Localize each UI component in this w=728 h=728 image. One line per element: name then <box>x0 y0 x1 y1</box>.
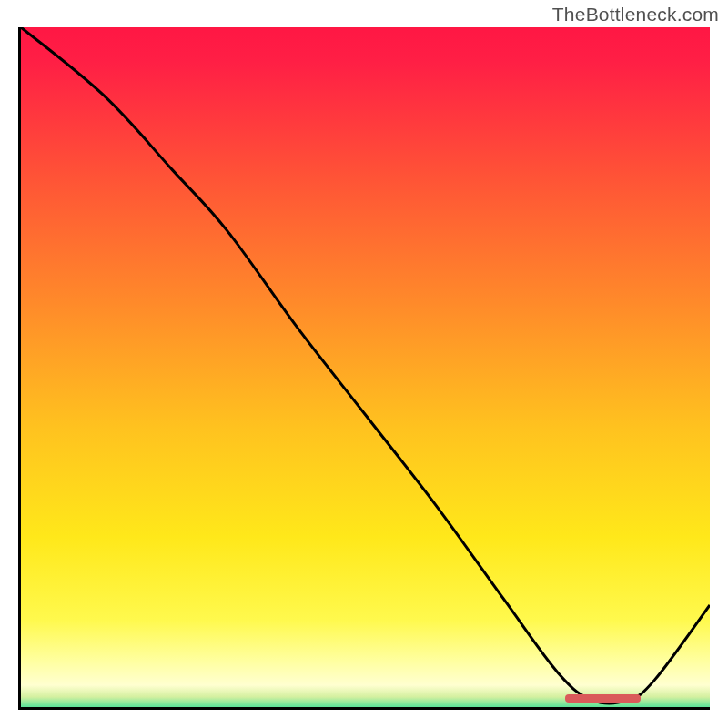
plot-area <box>18 27 710 710</box>
optimal-range-marker <box>565 694 641 703</box>
curve-layer <box>21 27 710 707</box>
chart-root: TheBottleneck.com <box>0 0 728 728</box>
attribution-source: TheBottleneck.com <box>552 4 719 25</box>
bottleneck-curve <box>21 27 710 703</box>
